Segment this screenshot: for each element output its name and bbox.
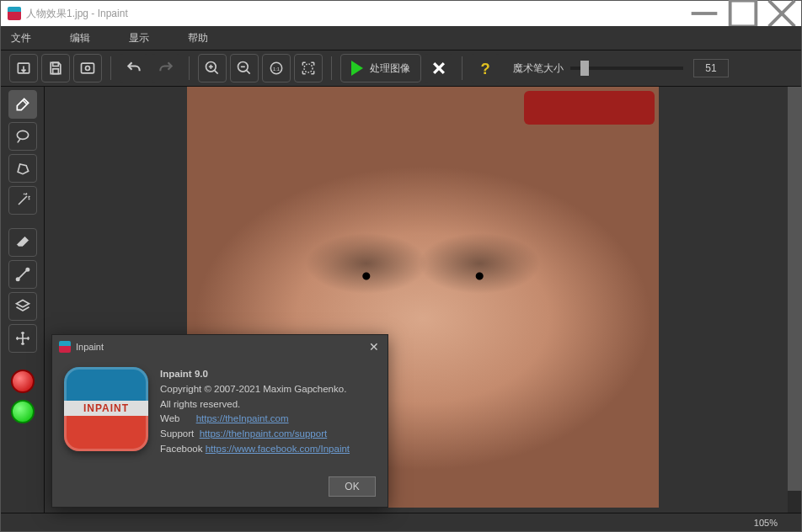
- svg-point-8: [86, 66, 90, 71]
- redo-button[interactable]: [152, 54, 180, 82]
- close-button[interactable]: [762, 1, 801, 26]
- help-button[interactable]: ?: [471, 54, 500, 82]
- color-red[interactable]: [11, 370, 35, 393]
- lasso-tool[interactable]: [8, 122, 37, 151]
- zoom-in-button[interactable]: [198, 54, 227, 82]
- zoom-actual-button[interactable]: 1:1: [262, 54, 291, 82]
- menu-help[interactable]: 帮助: [188, 31, 208, 45]
- about-copyright: Copyright © 2007-2021 Maxim Gapchenko.: [160, 382, 376, 397]
- zoom-out-button[interactable]: [230, 54, 259, 82]
- marker-tool[interactable]: [8, 90, 37, 119]
- brush-size-slider[interactable]: [570, 66, 683, 70]
- about-close-button[interactable]: ✕: [361, 335, 388, 359]
- cancel-button[interactable]: [425, 54, 453, 82]
- menu-file[interactable]: 文件: [11, 31, 31, 45]
- undo-button[interactable]: [120, 54, 148, 82]
- tool-sidebar: [1, 87, 45, 513]
- about-heading: Inpaint 9.0: [160, 369, 208, 379]
- svg-text:1:1: 1:1: [273, 66, 280, 72]
- menu-edit[interactable]: 编辑: [70, 31, 90, 45]
- brush-size-label: 魔术笔大小: [513, 61, 564, 76]
- app-icon: [8, 7, 21, 20]
- svg-rect-1: [730, 1, 757, 27]
- line-tool[interactable]: [8, 260, 37, 289]
- svg-line-10: [215, 71, 218, 74]
- move-tool[interactable]: [8, 324, 37, 353]
- titlebar: 人物效果1.jpg - Inpaint: [1, 1, 801, 26]
- about-rights: All rights reserved.: [160, 397, 376, 412]
- about-facebook-link[interactable]: https://www.facebook.com/Inpaint: [206, 444, 350, 454]
- magic-wand-tool[interactable]: [8, 186, 37, 215]
- preview-button[interactable]: [73, 54, 102, 82]
- open-button[interactable]: [9, 54, 38, 82]
- toolbar: 1:1 处理图像 ? 魔术笔大小 51: [1, 50, 801, 87]
- svg-text:?: ?: [480, 60, 489, 77]
- window-title: 人物效果1.jpg - Inpaint: [26, 7, 685, 21]
- svg-line-14: [247, 71, 250, 74]
- about-dialog: Inpaint ✕ INPAINT Inpaint 9.0 Copyright …: [51, 334, 388, 508]
- svg-rect-5: [53, 62, 59, 66]
- statusbar: 105%: [1, 513, 801, 531]
- menubar: 文件 编辑 显示 帮助: [1, 26, 801, 50]
- svg-point-22: [17, 130, 28, 139]
- about-title: Inpaint: [76, 342, 361, 352]
- process-button[interactable]: 处理图像: [340, 54, 421, 82]
- maximize-button[interactable]: [724, 1, 762, 26]
- brush-size-input[interactable]: 51: [693, 59, 729, 77]
- color-green[interactable]: [11, 400, 35, 423]
- about-web-link[interactable]: https://theInpaint.com: [196, 413, 289, 423]
- play-icon: [351, 61, 363, 76]
- about-app-icon: [59, 341, 71, 353]
- save-button[interactable]: [41, 54, 70, 82]
- minimize-button[interactable]: [685, 1, 724, 26]
- svg-point-24: [16, 278, 19, 280]
- svg-rect-7: [82, 63, 94, 73]
- zoom-fit-button[interactable]: [294, 54, 323, 82]
- zoom-level: 105%: [754, 518, 778, 528]
- svg-point-25: [26, 269, 29, 271]
- about-ok-button[interactable]: OK: [329, 476, 376, 497]
- svg-point-18: [304, 64, 313, 72]
- layers-tool[interactable]: [8, 292, 37, 321]
- about-logo: INPAINT: [64, 367, 148, 451]
- about-support-link[interactable]: https://theInpaint.com/support: [200, 428, 328, 439]
- menu-view[interactable]: 显示: [129, 31, 149, 45]
- polygon-tool[interactable]: [8, 154, 37, 183]
- scrollbar-vertical[interactable]: [788, 87, 801, 513]
- svg-rect-6: [53, 69, 59, 74]
- eraser-tool[interactable]: [8, 228, 37, 257]
